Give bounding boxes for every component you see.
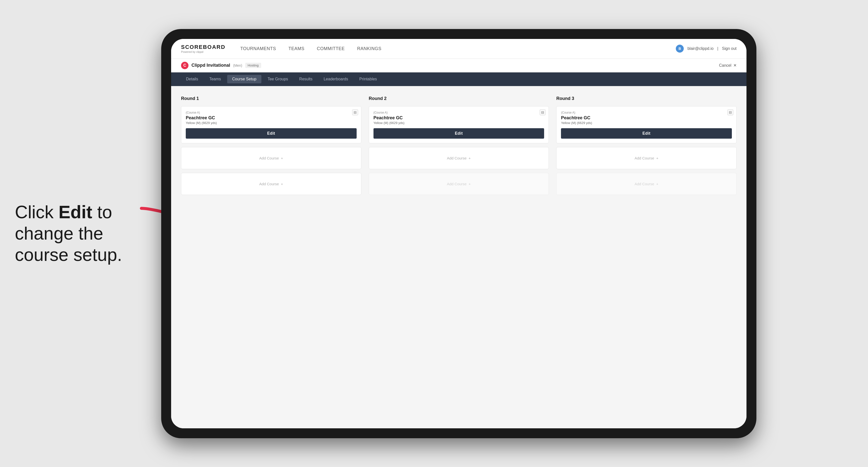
app-subtitle: Powered by clippd [181,50,225,53]
round-3-add-course-2: Add Course + [556,173,737,195]
nav-rankings[interactable]: RANKINGS [357,46,381,51]
round-2-delete-button[interactable]: ⊟ [540,110,546,115]
round-2-course-card: ⊟ (Course A) Peachtree GC Yellow (M) (66… [369,106,549,143]
rounds-container: Round 1 ⊟ (Course A) Peachtree GC Yellow… [181,96,737,195]
app-title: SCOREBOARD [181,44,225,50]
tablet-device: SCOREBOARD Powered by clippd TOURNAMENTS… [161,29,756,438]
tab-course-setup[interactable]: Course Setup [227,75,261,83]
round-2-course-label: (Course A) [373,111,545,114]
tab-bar: Details Teams Course Setup Tee Groups Re… [171,72,746,86]
round-2-add-course-2: Add Course + [369,173,549,195]
round-3-add-course-1[interactable]: Add Course + [556,147,737,169]
round-1-course-details: Yellow (M) (6629 yds) [186,121,356,125]
cancel-button[interactable]: Cancel ✕ [719,63,737,68]
round-3-course-label: (Course A) [561,111,732,114]
cancel-x-icon: ✕ [733,63,737,68]
add-course-plus-icon: + [281,156,283,160]
tab-results[interactable]: Results [294,75,317,83]
user-email: blair@clippd.io [687,46,713,51]
add-course-plus-icon: + [656,156,658,160]
instruction-text: Click Edit to change the course setup. [15,201,122,266]
round-1-course-label: (Course A) [186,111,356,114]
breadcrumb: C Clippd Invitational (Men) Hosting [181,62,261,69]
tab-tee-groups[interactable]: Tee Groups [262,75,293,83]
nav-committee[interactable]: COMMITTEE [317,46,345,51]
tablet-screen: SCOREBOARD Powered by clippd TOURNAMENTS… [171,39,746,428]
bold-edit: Edit [59,202,92,222]
nav-right: B blair@clippd.io | Sign out [676,44,737,53]
brand-logo: C [181,62,188,69]
round-3-course-details: Yellow (M) (6629 yds) [561,121,732,125]
logo-area: SCOREBOARD Powered by clippd TOURNAMENTS… [181,44,381,53]
add-course-label: Add Course [259,182,279,186]
round-1-course-name: Peachtree GC [186,115,356,121]
round-3-course-card: ⊟ (Course A) Peachtree GC Yellow (M) (66… [556,106,737,143]
hosting-badge: Hosting [245,63,261,68]
add-course-plus-icon: + [468,156,471,160]
sub-header: C Clippd Invitational (Men) Hosting Canc… [171,59,746,72]
tab-printables[interactable]: Printables [354,75,382,83]
tab-leaderboards[interactable]: Leaderboards [319,75,353,83]
nav-separator: | [717,46,718,51]
user-avatar: B [676,44,684,53]
round-1-add-course-2[interactable]: Add Course + [181,173,361,195]
round-1-add-course-1[interactable]: Add Course + [181,147,361,169]
nav-links: TOURNAMENTS TEAMS COMMITTEE RANKINGS [240,46,381,51]
top-nav: SCOREBOARD Powered by clippd TOURNAMENTS… [171,39,746,59]
add-course-label: Add Course [447,156,466,160]
round-3-delete-button[interactable]: ⊟ [727,110,733,115]
tab-details[interactable]: Details [181,75,203,83]
add-course-plus-icon: + [468,182,471,186]
nav-tournaments[interactable]: TOURNAMENTS [240,46,276,51]
nav-teams[interactable]: TEAMS [288,46,305,51]
sign-out-link[interactable]: Sign out [722,46,737,51]
tab-teams[interactable]: Teams [204,75,226,83]
round-2-title: Round 2 [369,96,549,101]
add-course-label: Add Course [259,156,279,160]
main-content: Round 1 ⊟ (Course A) Peachtree GC Yellow… [171,86,746,428]
round-1-edit-button[interactable]: Edit [186,128,356,138]
add-course-label: Add Course [447,182,466,186]
add-course-plus-icon: + [656,182,658,186]
round-3-title: Round 3 [556,96,737,101]
round-2-edit-button[interactable]: Edit [373,128,545,138]
round-3-course-name: Peachtree GC [561,115,732,121]
round-1-title: Round 1 [181,96,361,101]
round-2-column: Round 2 ⊟ (Course A) Peachtree GC Yellow… [369,96,549,195]
add-course-label: Add Course [634,182,654,186]
round-1-course-card: ⊟ (Course A) Peachtree GC Yellow (M) (66… [181,106,361,143]
tournament-name: Clippd Invitational [191,63,230,68]
gender-badge: (Men) [233,63,242,67]
add-course-plus-icon: + [281,182,283,186]
round-3-edit-button[interactable]: Edit [561,128,732,138]
round-1-delete-button[interactable]: ⊟ [352,110,358,115]
round-2-add-course-1[interactable]: Add Course + [369,147,549,169]
scoreboard-logo: SCOREBOARD Powered by clippd [181,44,225,53]
add-course-label: Add Course [634,156,654,160]
round-2-course-details: Yellow (M) (6629 yds) [373,121,545,125]
round-3-column: Round 3 ⊟ (Course A) Peachtree GC Yellow… [556,96,737,195]
round-1-column: Round 1 ⊟ (Course A) Peachtree GC Yellow… [181,96,361,195]
round-2-course-name: Peachtree GC [373,115,545,121]
